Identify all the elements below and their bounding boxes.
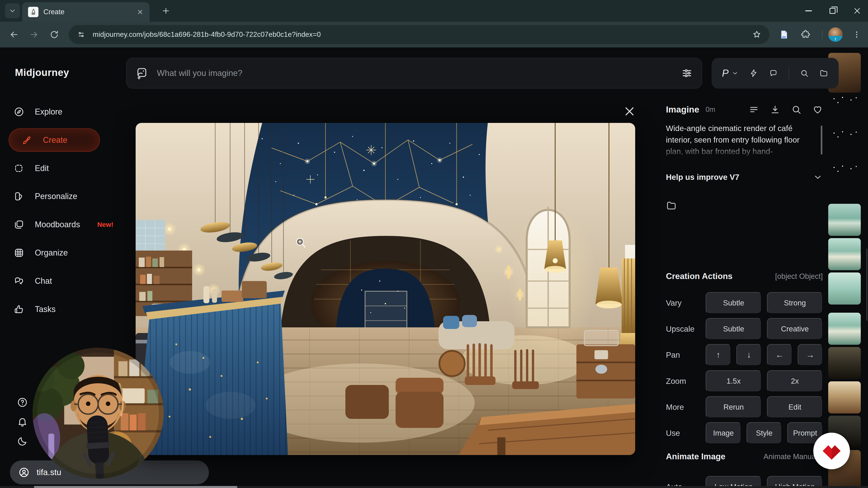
browser-tab[interactable]: Create [22, 2, 150, 22]
thumbnail-teal-arches[interactable] [828, 238, 861, 270]
help-improve-label: Help us improve V7 [666, 173, 739, 182]
row-label: Zoom [666, 377, 706, 386]
sidebar-item-label: Organize [35, 248, 68, 258]
sidebar-item-organize[interactable]: Organize [13, 241, 68, 265]
job-detail-panel: Imagine 0m Wide-angle cinematic render o… [666, 47, 823, 488]
more-options-link[interactable]: [object Object] [775, 272, 823, 281]
vary-subtle-button[interactable]: Subtle [706, 292, 762, 314]
fast-mode-bolt-icon[interactable] [749, 68, 758, 78]
upscale-subtle-button[interactable]: Subtle [706, 318, 762, 340]
url-bar[interactable]: midjourney.com/jobs/68c1a696-281b-4fb0-9… [69, 25, 770, 44]
browser-profile-avatar[interactable]: τ [828, 27, 843, 42]
strip-scrollbar[interactable] [866, 249, 868, 321]
back-button[interactable] [7, 27, 21, 42]
zoom-1-5x-button[interactable]: 1.5x [706, 370, 762, 392]
sidebar-item-label: Personalize [35, 192, 77, 201]
extensions-puzzle-icon[interactable] [799, 28, 812, 41]
sidebar-item-explore[interactable]: Explore [13, 100, 62, 124]
folder-icon[interactable] [666, 200, 677, 211]
use-image-button[interactable]: Image [706, 422, 741, 444]
pan-right-button[interactable]: → [798, 344, 823, 366]
sidebar-item-moodboards[interactable]: Moodboards New! [13, 213, 114, 236]
window-restore-button[interactable] [830, 8, 835, 14]
browser-tab-strip: Create [0, 0, 868, 22]
window-minimize-button[interactable] [805, 10, 812, 11]
feedback-bubble-icon[interactable] [769, 68, 778, 78]
bookmark-star-icon[interactable] [752, 30, 762, 39]
generated-image[interactable] [135, 123, 635, 455]
window-controls [805, 0, 861, 22]
prompt-input[interactable] [156, 68, 673, 78]
sidebar-item-chat[interactable]: Chat [13, 269, 52, 293]
browser-menu-icon[interactable] [850, 28, 863, 41]
arrow-right-icon [29, 30, 39, 39]
thumbnail-teal-light[interactable] [828, 272, 861, 304]
toolbar-divider [789, 66, 789, 80]
mode-select[interactable]: P [722, 68, 739, 79]
imagine-prompt-bar[interactable] [126, 58, 702, 89]
forward-button[interactable] [27, 27, 41, 42]
theme-toggle-button[interactable] [17, 435, 28, 447]
pan-left-button[interactable]: ← [767, 344, 792, 366]
like-heart-icon[interactable] [812, 104, 823, 115]
search-icon[interactable] [791, 104, 802, 115]
sidebar-item-edit[interactable]: Edit [13, 157, 49, 180]
sidebar-item-label: Create [43, 135, 67, 145]
mode-label: P [722, 68, 728, 79]
job-options-icon[interactable] [749, 104, 759, 115]
help-improve-row[interactable]: Help us improve V7 [666, 172, 823, 182]
prompt-description[interactable]: Wide-angle cinematic render of café inte… [666, 123, 812, 160]
tab-search-button[interactable] [5, 3, 20, 18]
settings-sliders-icon[interactable] [681, 67, 693, 79]
cafe-interior-render [135, 123, 635, 455]
thumbnail-teal-cafe[interactable] [828, 204, 861, 236]
window-close-button[interactable] [853, 7, 861, 15]
sidebar-item-label: Moodboards [35, 220, 80, 229]
vary-strong-button[interactable]: Strong [767, 292, 823, 314]
rerun-button[interactable]: Rerun [706, 396, 762, 418]
notifications-button[interactable] [17, 416, 28, 427]
edit-button[interactable]: Edit [767, 396, 823, 418]
new-tab-button[interactable] [160, 4, 172, 17]
add-image-icon[interactable] [135, 67, 148, 80]
sidebar-item-create[interactable]: Create [8, 128, 100, 152]
sidebar-item-tasks[interactable]: Tasks [13, 297, 56, 321]
pan-down-button[interactable]: ↓ [737, 344, 762, 366]
channel-logo-badge[interactable] [813, 433, 850, 469]
thumbnail-warm-arches[interactable] [828, 381, 861, 414]
reload-button[interactable] [47, 27, 61, 42]
elapsed-time: 0m [706, 105, 715, 113]
download-icon[interactable] [770, 104, 780, 115]
row-label: Use [666, 429, 706, 437]
sidebar-item-personalize[interactable]: Personalize [13, 185, 77, 208]
tab-close-button[interactable] [136, 8, 144, 15]
browser-toolbar: midjourney.com/jobs/68c1a696-281b-4fb0-9… [0, 22, 868, 47]
thumbnail-starry-cafe[interactable] [828, 95, 861, 127]
prompt-scrollbar[interactable] [821, 126, 822, 155]
search-icon[interactable] [800, 68, 809, 78]
close-image-button[interactable] [623, 105, 636, 118]
thumbnail-dark-room[interactable] [828, 347, 861, 379]
zoom-2x-button[interactable]: 2x [767, 370, 823, 392]
pan-up-button[interactable]: ↑ [706, 344, 731, 366]
thumbnail-starry-arches[interactable] [828, 129, 861, 161]
user-circle-icon [18, 466, 30, 478]
red-heart-logo-icon [818, 437, 845, 464]
horizontal-scrollbar-thumb[interactable] [34, 486, 237, 488]
chevron-down-icon [732, 70, 739, 76]
thumbnail-teal-pool[interactable] [828, 313, 861, 345]
reading-list-icon[interactable] [778, 28, 790, 41]
tab-title: Create [43, 8, 64, 16]
folder-icon[interactable] [819, 68, 828, 78]
new-badge: New! [97, 221, 114, 228]
upscale-creative-button[interactable]: Creative [767, 318, 823, 340]
sidebar-item-label: Tasks [35, 304, 56, 314]
thumbnail-starry-bar[interactable] [828, 164, 861, 196]
site-info-icon[interactable] [76, 30, 86, 39]
sidebar-item-label: Explore [35, 107, 62, 117]
midjourney-wordmark[interactable]: Midjourney [15, 67, 69, 78]
use-style-button[interactable]: Style [747, 422, 782, 444]
edit-selection-icon [13, 163, 24, 174]
help-button[interactable] [17, 397, 28, 408]
question-icon [17, 397, 28, 408]
